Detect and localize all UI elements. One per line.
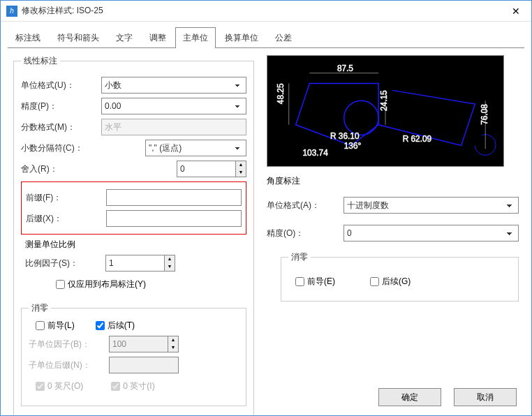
precision-select[interactable]: 0.00 [101, 98, 246, 114]
feet-label: 0 英尺(O) [47, 380, 83, 392]
svg-text:48.25: 48.25 [276, 83, 286, 104]
decimal-sep-label: 小数分隔符(C)： [21, 142, 101, 154]
ang-unit-format-label: 单位格式(A)： [267, 200, 343, 211]
roundoff-spinner[interactable]: ▲▼ [235, 161, 246, 177]
close-button[interactable]: ✕ [506, 6, 526, 17]
svg-text:136°: 136° [344, 141, 362, 151]
ang-zero-legend: 消零 [288, 251, 311, 263]
fraction-format-label: 分数格式(M)： [21, 121, 101, 133]
titlebar: h 修改标注样式: ISO-25 ✕ [1, 1, 531, 22]
tab-primary-units[interactable]: 主单位 [175, 27, 216, 48]
ang-unit-format-select[interactable]: 十进制度数 [343, 197, 519, 214]
prefix-input[interactable] [106, 189, 242, 206]
precision-label: 精度(P)： [21, 101, 101, 112]
suffix-input[interactable] [106, 210, 242, 227]
app-icon: h [6, 6, 17, 17]
prefix-suffix-highlight: 前缀(F)： 后缀(X)： [21, 181, 246, 235]
tab-dimlines[interactable]: 标注线 [8, 27, 48, 48]
ang-trailing-checkbox[interactable] [370, 277, 379, 286]
linear-group: 线性标注 单位格式(U)：小数 精度(P)：0.00 分数格式(M)：水平 小数… [13, 55, 254, 416]
svg-text:R 36.10: R 36.10 [330, 131, 360, 141]
tab-tolerance[interactable]: 公差 [267, 27, 300, 48]
linear-legend: 线性标注 [21, 55, 60, 67]
sub-factor-spinner: ▲▼ [168, 336, 179, 352]
svg-text:R 62.09: R 62.09 [403, 134, 432, 144]
svg-text:24.15: 24.15 [379, 90, 389, 111]
feet-checkbox [36, 382, 45, 391]
ang-precision-select[interactable]: 0 [343, 225, 519, 242]
layout-only-label: 仅应用到布局标注(Y) [68, 278, 146, 290]
suffix-label: 后缀(X)： [26, 213, 106, 225]
layout-only-checkbox[interactable] [56, 280, 65, 289]
inches-checkbox [111, 382, 120, 391]
tab-symbols[interactable]: 符号和箭头 [50, 27, 107, 48]
leading-checkbox[interactable] [36, 321, 45, 330]
roundoff-label: 舍入(R)： [21, 163, 101, 175]
window-title: 修改标注样式: ISO-25 [22, 5, 506, 17]
scale-legend: 测量单位比例 [25, 239, 246, 251]
sub-factor-input [109, 336, 168, 352]
trailing-label: 后续(T) [108, 320, 135, 332]
ang-leading-checkbox[interactable] [295, 277, 304, 286]
cancel-button[interactable]: 取消 [454, 388, 517, 406]
svg-point-0 [344, 101, 378, 135]
svg-text:87.5: 87.5 [337, 64, 353, 73]
sub-suffix-input [109, 357, 179, 373]
leading-label: 前导(L) [47, 320, 75, 332]
scale-factor-spinner[interactable]: ▲▼ [164, 255, 175, 272]
scale-factor-label: 比例因子(S)： [25, 258, 105, 269]
angular-group: 角度标注 单位格式(A)：十进制度数 精度(O)：0 消零 前导(E) 后续(G… [267, 175, 519, 307]
prefix-label: 前缀(F)： [26, 192, 106, 204]
zero-linear-legend: 消零 [29, 302, 51, 314]
ang-trailing-label: 后续(G) [382, 276, 411, 288]
preview-pane: 87.5 48.25 24.15 76.08 103.74 R 36.10 13… [267, 55, 504, 167]
inches-label: 0 英寸(I) [123, 380, 154, 392]
ok-button[interactable]: 确定 [378, 388, 441, 406]
sub-suffix-label: 子单位后缀(N)： [29, 359, 109, 371]
trailing-checkbox[interactable] [96, 321, 105, 330]
tab-alt-units[interactable]: 换算单位 [217, 27, 266, 48]
fraction-format-select: 水平 [101, 119, 246, 135]
svg-text:76.08: 76.08 [480, 104, 489, 125]
svg-text:103.74: 103.74 [303, 148, 329, 158]
unit-format-select[interactable]: 小数 [101, 77, 246, 94]
unit-format-label: 单位格式(U)： [21, 80, 101, 91]
sub-factor-label: 子单位因子(B)： [29, 339, 109, 350]
decimal-sep-select[interactable]: "," (逗点) [145, 140, 246, 156]
ang-leading-label: 前导(E) [307, 276, 335, 288]
ang-precision-label: 精度(O)： [267, 228, 343, 239]
tab-text[interactable]: 文字 [108, 27, 140, 48]
angular-legend: 角度标注 [267, 175, 519, 187]
roundoff-input[interactable] [177, 161, 235, 177]
tab-bar: 标注线 符号和箭头 文字 调整 主单位 换算单位 公差 [1, 22, 531, 48]
tab-fit[interactable]: 调整 [142, 27, 174, 48]
scale-factor-input[interactable] [105, 255, 164, 272]
